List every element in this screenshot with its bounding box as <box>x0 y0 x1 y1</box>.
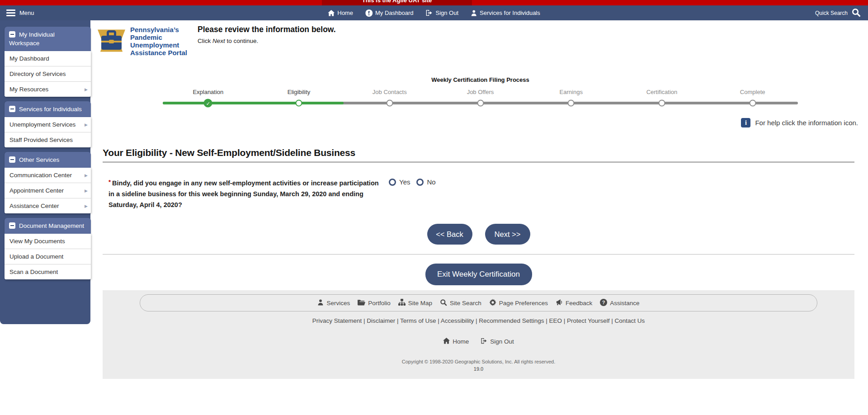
question-text: *Bindy, did you engage in any new self-e… <box>108 177 380 210</box>
sidebar-section-my-individual-workspace[interactable]: My Individual Workspace <box>5 27 91 51</box>
footer-portfolio[interactable]: Portfolio <box>358 299 391 307</box>
footer-services[interactable]: Services <box>317 299 350 307</box>
sidebar-item-my-resources[interactable]: My Resources▶ <box>5 82 91 97</box>
radio-option-yes[interactable]: Yes <box>389 178 410 186</box>
nav-home[interactable]: Home <box>328 9 353 16</box>
sidebar-item-scan-a-document[interactable]: Scan a Document <box>5 264 91 279</box>
hamburger-icon <box>6 9 15 16</box>
exit-weekly-certification-button[interactable]: Exit Weekly Certification <box>425 264 532 285</box>
menu-button[interactable]: Menu <box>0 9 34 16</box>
gear-icon <box>489 299 496 307</box>
portal-title-line: Assistance Portal <box>130 49 187 57</box>
chevron-right-icon: ▶ <box>85 173 88 178</box>
footer-assistance[interactable]: ? Assistance <box>600 299 639 307</box>
navigation-buttons: << Back Next >> <box>103 224 854 245</box>
sidebar-item-my-dashboard[interactable]: My Dashboard <box>5 51 91 66</box>
question-body: Bindy, did you engage in any new self-em… <box>108 179 379 208</box>
question-icon: ? <box>600 299 607 307</box>
instruction-suffix: to continue. <box>225 38 259 44</box>
footer-link-contact-us[interactable]: Contact Us <box>615 317 645 324</box>
collapse-minus-icon <box>9 31 15 38</box>
footer-link-disclaimer[interactable]: Disclaimer <box>367 317 400 324</box>
quick-search-button[interactable]: Quick Search <box>815 8 868 19</box>
search-icon <box>440 299 447 307</box>
step-dot-complete <box>749 100 756 107</box>
sidebar-section-other-services[interactable]: Other Services <box>5 152 91 168</box>
back-button[interactable]: << Back <box>427 224 472 245</box>
environment-banner: This is the Agile UAT site <box>0 0 868 5</box>
footer-link-protect-yourself[interactable]: Protect Yourself <box>567 317 615 324</box>
information-icon[interactable]: i <box>741 118 750 127</box>
radio-button-yes[interactable] <box>389 179 396 186</box>
search-icon <box>851 8 861 19</box>
radio-button-no[interactable] <box>416 179 424 186</box>
next-button[interactable]: Next >> <box>485 224 530 245</box>
page: This is the Agile UAT site Menu Home My … <box>0 0 868 415</box>
yes-no-radio-group: Yes No <box>389 177 436 210</box>
sidebar-section-document-management[interactable]: Document Management <box>5 218 91 234</box>
sidebar-item-upload-a-document[interactable]: Upload a Document <box>5 249 91 264</box>
step-label-explanation: Explanation <box>163 89 254 95</box>
step-dot-eligibility <box>296 100 302 107</box>
nav-my-dashboard[interactable]: My Dashboard <box>365 9 414 17</box>
menu-label: Menu <box>19 9 34 16</box>
collapse-minus-icon <box>9 106 15 112</box>
sidebar-item-label: Staff Provided Services <box>9 137 73 143</box>
footer-services-label: Services <box>326 300 350 307</box>
nav-sign-out[interactable]: Sign Out <box>425 9 458 16</box>
sidebar-item-view-my-documents[interactable]: View My Documents <box>5 234 91 249</box>
sidebar-item-appointment-center[interactable]: Appointment Center▶ <box>5 183 91 198</box>
sidebar-item-assistance-center[interactable]: Assistance Center▶ <box>5 198 91 213</box>
sidebar-item-communication-center[interactable]: Communication Center▶ <box>5 168 91 183</box>
footer-sign-out[interactable]: Sign Out <box>481 338 514 345</box>
help-text: For help click the information icon. <box>755 119 858 127</box>
top-navigation-bar: Menu Home My Dashboard Sign Out Services… <box>0 5 868 20</box>
footer-link-recommended-settings[interactable]: Recommended Settings <box>479 317 549 324</box>
footer-site-map-label: Site Map <box>408 300 432 307</box>
footer-site-search[interactable]: Site Search <box>440 299 481 307</box>
footer-home[interactable]: Home <box>443 338 469 345</box>
home-icon <box>443 338 450 345</box>
sidebar-item-unemployment-services[interactable]: Unemployment Services▶ <box>5 117 91 132</box>
sidebar-item-staff-provided-services[interactable]: Staff Provided Services <box>5 132 91 147</box>
footer-link-accessibility[interactable]: Accessibility <box>441 317 479 324</box>
footer-nav: Home Sign Out <box>103 338 854 345</box>
step-dot-job-contacts <box>386 100 393 107</box>
instruction-prefix: Click <box>198 38 212 44</box>
sidebar-item-directory-of-services[interactable]: Directory of Services <box>5 66 91 82</box>
nav-services-for-individuals[interactable]: Services for Individuals <box>471 9 540 16</box>
portal-title-line: Pennsylvania’s <box>130 26 187 33</box>
environment-banner-text: This is the Agile UAT site <box>322 0 472 5</box>
footer-link-privacy-statement[interactable]: Privacy Statement <box>312 317 367 324</box>
footer-feedback[interactable]: Feedback <box>556 299 592 307</box>
chevron-right-icon: ▶ <box>85 87 88 92</box>
question-row: *Bindy, did you engage in any new self-e… <box>108 177 854 210</box>
step-label-complete: Complete <box>707 89 798 95</box>
chevron-right-icon: ▶ <box>85 204 88 208</box>
nav-sign-out-label: Sign Out <box>435 9 458 16</box>
footer-link-terms-of-use[interactable]: Terms of Use <box>400 317 441 324</box>
collapse-minus-icon <box>9 222 15 229</box>
folder-icon <box>358 299 365 307</box>
sidebar-item-label: Communication Center <box>9 172 72 179</box>
footer-assistance-label: Assistance <box>610 300 639 307</box>
nav-home-label: Home <box>337 9 353 16</box>
footer-link-eeo[interactable]: EEO <box>549 317 567 324</box>
portal-title-line: Pandemic <box>130 33 187 41</box>
footer-site-map[interactable]: Site Map <box>398 299 432 307</box>
step-label-eligibility: Eligibility <box>254 89 344 95</box>
sidebar-item-label: Upload a Document <box>9 253 63 260</box>
step-label-job-contacts: Job Contacts <box>344 89 435 95</box>
nav-my-dashboard-label: My Dashboard <box>375 9 414 16</box>
sidebar-section-title: My Individual Workspace <box>9 31 55 47</box>
sidebar-item-label: My Resources <box>9 86 48 93</box>
radio-option-no[interactable]: No <box>416 178 435 186</box>
sidebar-item-label: Appointment Center <box>9 187 64 194</box>
nav-services-label: Services for Individuals <box>480 9 540 16</box>
footer: Services Portfolio Site Map Site Search … <box>103 290 854 379</box>
brand-row: Pennsylvania’s Pandemic Unemployment Ass… <box>90 20 868 70</box>
step-label-earnings: Earnings <box>526 89 617 95</box>
sidebar-group-services-for-individuals: Services for Individuals Unemployment Se… <box>5 101 91 147</box>
sidebar-section-services-for-individuals[interactable]: Services for Individuals <box>5 101 91 117</box>
footer-page-preferences[interactable]: Page Preferences <box>489 299 548 307</box>
